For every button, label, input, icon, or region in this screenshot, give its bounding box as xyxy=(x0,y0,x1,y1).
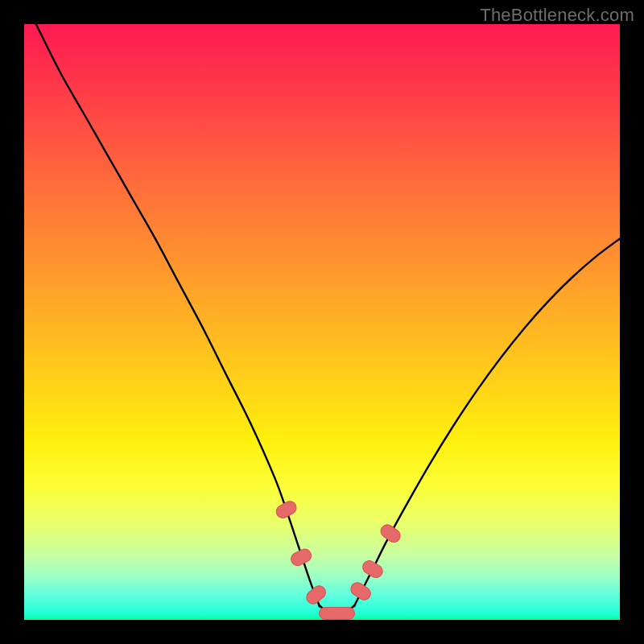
watermark-label: TheBottleneck.com xyxy=(480,5,634,26)
bottleneck-curve xyxy=(36,24,620,613)
curve-layer xyxy=(24,24,620,620)
chart-frame: TheBottleneck.com xyxy=(0,0,644,644)
data-marker-right-branch xyxy=(349,580,374,602)
svg-rect-6 xyxy=(378,522,402,545)
svg-rect-3 xyxy=(320,607,355,619)
data-marker-right-branch xyxy=(378,522,402,545)
svg-rect-5 xyxy=(361,559,386,580)
svg-rect-0 xyxy=(274,499,298,520)
plot-area xyxy=(24,24,620,620)
data-marker-left-branch xyxy=(289,547,313,568)
data-marker-valley-floor xyxy=(320,607,355,619)
svg-rect-4 xyxy=(349,580,374,602)
svg-rect-1 xyxy=(289,547,313,568)
svg-rect-2 xyxy=(303,583,328,606)
data-marker-right-branch xyxy=(361,559,386,580)
data-marker-left-branch xyxy=(303,583,328,606)
data-marker-left-branch xyxy=(274,499,298,520)
